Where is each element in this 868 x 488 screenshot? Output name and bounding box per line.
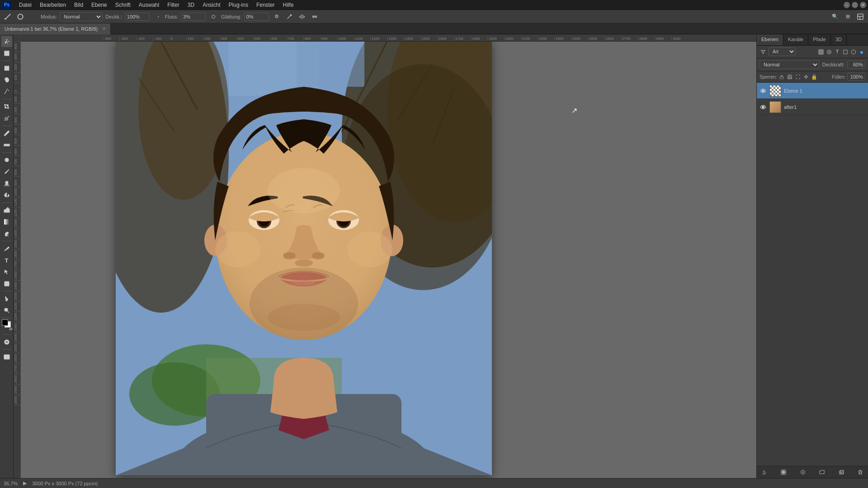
filter-type-dropdown[interactable]: Art Name — [769, 47, 796, 56]
ruler-left-mark: 2300 — [14, 322, 20, 333]
lock-artboard-icon[interactable] — [795, 74, 801, 80]
menu-bar: Ps Datei Bearbeiten Bild Ebene Schrift A… — [0, 0, 868, 10]
size-label: Deckk.: — [105, 14, 122, 19]
layer-visibility-ebene1[interactable] — [760, 87, 767, 94]
eyedropper-tool[interactable] — [1, 128, 12, 139]
minimize-button[interactable]: − — [844, 2, 850, 8]
add-layer-icon[interactable] — [837, 468, 845, 476]
ruler-left-mark: 3000 — [14, 395, 20, 405]
canvas-viewport[interactable]: ↗ — [21, 42, 756, 478]
tab-ebenen[interactable]: Ebenen — [757, 34, 783, 45]
menu-bearbeiten[interactable]: Bearbeiten — [36, 1, 70, 9]
add-style-icon[interactable] — [760, 468, 769, 476]
menu-auswahl[interactable]: Auswahl — [135, 1, 163, 9]
filter-toggle[interactable]: ● — [858, 48, 865, 56]
lock-position-icon[interactable] — [803, 74, 809, 80]
add-adjustment-icon[interactable] — [799, 468, 807, 476]
document-tab[interactable]: Unbenannt-1 bei 36,7% (Ebene 1, RGB/8) ✕ — [0, 23, 111, 34]
ruler-mark: 2800 — [638, 37, 655, 41]
opacity-input[interactable] — [847, 61, 865, 69]
gradient-tool[interactable] — [1, 216, 12, 227]
ruler-left-mark: 2200 — [14, 312, 20, 322]
status-arrow[interactable]: ▶ — [23, 480, 27, 486]
add-group-icon[interactable] — [818, 468, 826, 476]
menu-plugins[interactable]: Plug-ins — [225, 1, 252, 9]
lock-transparent-icon[interactable] — [778, 74, 785, 80]
layer-item-ebene1[interactable]: Ebene 1 — [757, 83, 868, 99]
svg-point-2 — [212, 15, 215, 18]
lock-image-icon[interactable] — [787, 74, 793, 80]
menu-hilfe[interactable]: Hilfe — [279, 1, 297, 9]
brush-tool[interactable] — [1, 166, 12, 177]
close-button[interactable]: ✕ — [860, 2, 866, 8]
symmetry-icon[interactable] — [297, 12, 307, 22]
layer-mode-dropdown[interactable]: Normal Multiplizieren Aufhellen Abdunkel… — [760, 60, 819, 69]
layout-icon[interactable] — [855, 12, 865, 22]
smoothing-input[interactable] — [244, 13, 269, 21]
mode-dropdown[interactable]: Normal Multiplizieren Aufhellen — [60, 12, 103, 21]
tab-close-button[interactable]: ✕ — [102, 26, 106, 31]
shape-filter-icon[interactable] — [842, 48, 849, 56]
shape-tool[interactable] — [1, 278, 12, 289]
svg-line-11 — [5, 89, 7, 94]
add-mask-icon[interactable] — [779, 468, 788, 476]
lasso-tool[interactable] — [1, 75, 12, 85]
color-swatches[interactable]: ⇄ — [0, 320, 13, 333]
options-bar: Modus: Normal Multiplizieren Aufhellen D… — [0, 10, 868, 23]
fill-input[interactable] — [847, 73, 865, 81]
path-selection-tool[interactable] — [1, 267, 12, 277]
tab-3d[interactable]: 3D — [831, 34, 847, 45]
quick-mask-mode[interactable] — [1, 337, 12, 347]
brush-options-icon[interactable] — [310, 12, 320, 22]
stamp-tool[interactable] — [1, 178, 12, 189]
search-icon[interactable]: 🔍 — [830, 12, 840, 22]
marquee-tool[interactable] — [1, 63, 12, 74]
menu-bild[interactable]: Bild — [71, 1, 87, 9]
gear-icon[interactable]: ⚙ — [272, 12, 282, 22]
magic-wand-tool[interactable] — [1, 86, 12, 97]
status-bar: 36,7% ▶ 3000 Px x 3000 Px (72 ppcm) — [0, 478, 868, 488]
layer-visibility-after1[interactable] — [760, 103, 767, 111]
angle-icon[interactable] — [284, 12, 294, 22]
airbrush-icon[interactable] — [152, 12, 162, 22]
maximize-button[interactable]: □ — [852, 2, 858, 8]
panels-icon[interactable]: ⊞ — [843, 12, 853, 22]
menu-ansicht[interactable]: Ansicht — [199, 1, 224, 9]
delete-layer-icon[interactable] — [856, 468, 864, 476]
menu-fenster[interactable]: Fenster — [253, 1, 278, 9]
pen-tool[interactable] — [1, 243, 12, 254]
type-filter-icon[interactable]: T — [834, 48, 841, 56]
menu-schrift[interactable]: Schrift — [112, 1, 134, 9]
menu-filter[interactable]: Filter — [164, 1, 183, 9]
zoom-tool[interactable] — [1, 305, 12, 316]
pixel-filter-icon[interactable] — [817, 48, 825, 56]
type-tool[interactable]: T — [1, 255, 12, 266]
flow-input[interactable] — [181, 13, 206, 21]
dodge-tool[interactable] — [1, 228, 12, 239]
tab-kanaele[interactable]: Kanäle — [783, 34, 808, 45]
artboard-tool[interactable] — [1, 48, 12, 59]
menu-3d[interactable]: 3D — [184, 1, 198, 9]
layer-mode-row: Normal Multiplizieren Aufhellen Abdunkel… — [757, 58, 868, 71]
tab-pfade[interactable]: Pfade — [808, 34, 831, 45]
crop-tool[interactable] — [1, 101, 12, 112]
smartobject-filter-icon[interactable] — [850, 48, 857, 56]
svg-rect-5 — [858, 14, 863, 19]
tool-separator-10 — [2, 349, 11, 350]
ruler-mark: 100 — [186, 37, 203, 41]
size-input[interactable] — [125, 13, 150, 21]
flow-icon[interactable] — [208, 12, 218, 22]
move-tool[interactable] — [1, 36, 12, 47]
layer-item-after1[interactable]: after1 — [757, 99, 868, 115]
menu-datei[interactable]: Datei — [15, 1, 35, 9]
spot-healing-tool[interactable] — [1, 155, 12, 165]
slice-tool[interactable] — [1, 113, 12, 124]
history-brush-tool[interactable] — [1, 190, 12, 201]
adjustment-filter-icon[interactable] — [826, 48, 833, 56]
screen-mode-button[interactable] — [1, 352, 12, 362]
lock-all-icon[interactable]: 🔒 — [811, 74, 817, 80]
hand-tool[interactable] — [1, 293, 12, 304]
ruler-tool[interactable] — [1, 140, 12, 150]
menu-ebene[interactable]: Ebene — [88, 1, 111, 9]
eraser-tool[interactable] — [1, 205, 12, 216]
